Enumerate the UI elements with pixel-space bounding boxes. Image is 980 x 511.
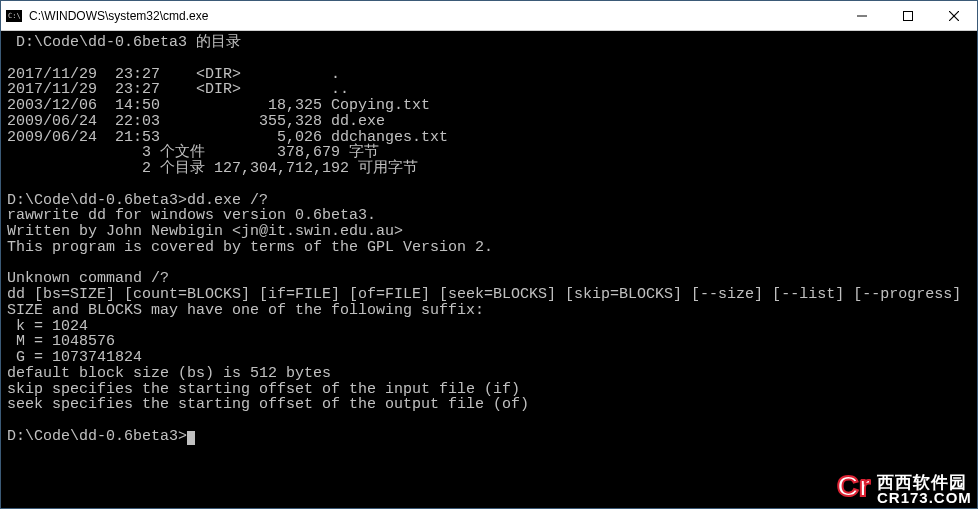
output-line: Written by John Newbigin <jn@it.swin.edu… [7,223,403,240]
watermark-text-cn: 西西软件园 [877,471,967,494]
text-cursor [187,431,195,445]
output-line: SIZE and BLOCKS may have one of the foll… [7,302,484,319]
typed-command: dd.exe /? [187,192,268,209]
command-prompt: D:\Code\dd-0.6beta3> [7,428,187,445]
terminal-area[interactable]: D:\Code\dd-0.6beta3 的目录 2017/11/29 23:27… [1,31,977,508]
dir-header-line: D:\Code\dd-0.6beta3 的目录 [7,34,241,51]
output-line: skip specifies the starting offset of th… [7,381,520,398]
output-line: This program is covered by terms of the … [7,239,493,256]
output-line: Unknown command /? [7,270,169,287]
dir-entry: 2009/06/24 22:03 355,328 dd.exe [7,113,385,130]
cmd-window: C:\ C:\WINDOWS\system32\cmd.exe D:\Code\… [0,0,978,509]
dir-summary-files: 3 个文件 378,679 字节 [7,144,379,161]
window-buttons [839,1,977,30]
output-line: seek specifies the starting offset of th… [7,396,529,413]
dir-entry: 2017/11/29 23:27 <DIR> . [7,66,340,83]
svg-rect-4 [904,11,913,20]
dir-entry: 2003/12/06 14:50 18,325 Copying.txt [7,97,430,114]
output-line: dd [bs=SIZE] [count=BLOCKS] [if=FILE] [o… [7,286,961,303]
watermark-logo: Cr [837,471,870,501]
output-line: M = 1048576 [7,333,115,350]
close-button[interactable] [931,1,977,30]
command-prompt: D:\Code\dd-0.6beta3> [7,192,187,209]
output-line: default block size (bs) is 512 bytes [7,365,331,382]
output-line: G = 1073741824 [7,349,142,366]
dir-entry: 2017/11/29 23:27 <DIR> .. [7,81,349,98]
minimize-button[interactable] [839,1,885,30]
terminal-output: D:\Code\dd-0.6beta3 的目录 2017/11/29 23:27… [7,35,971,445]
title-bar[interactable]: C:\ C:\WINDOWS\system32\cmd.exe [1,1,977,31]
watermark: Cr 西西软件园 CR173.COM [837,471,975,506]
watermark-url: CR173.COM [877,489,972,506]
dir-entry: 2009/06/24 21:53 5,026 ddchanges.txt [7,129,448,146]
output-line: rawwrite dd for windows version 0.6beta3… [7,207,376,224]
window-title: C:\WINDOWS\system32\cmd.exe [27,9,839,23]
dir-summary-dirs: 2 个目录 127,304,712,192 可用字节 [7,160,418,177]
svg-text:C:\: C:\ [8,12,21,20]
output-line: k = 1024 [7,318,88,335]
cmd-icon: C:\ [1,10,27,22]
maximize-button[interactable] [885,1,931,30]
